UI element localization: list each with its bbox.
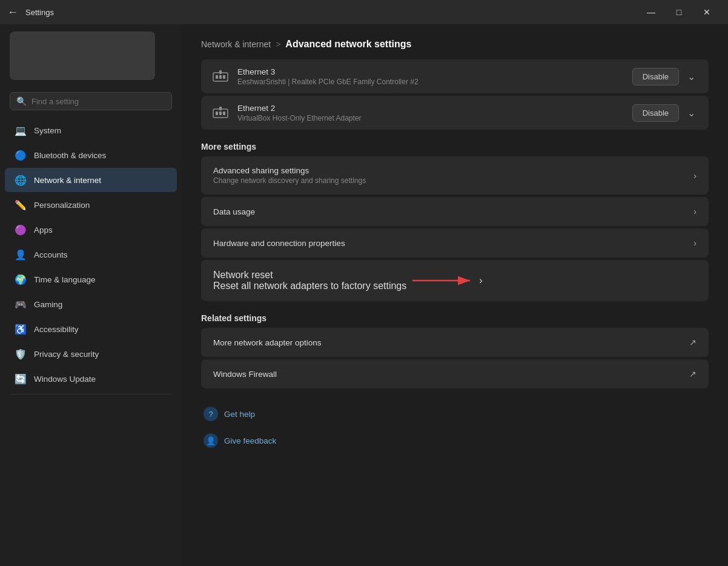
- row-arrow-0: ›: [693, 171, 697, 181]
- row-title-2: Hardware and connection properties: [213, 239, 693, 248]
- accessibility-icon: ♿: [15, 323, 27, 335]
- adapter-info-0: Ethernet 3 EeshwarSrishti | Realtek PCIe…: [237, 67, 625, 86]
- related-settings-row-0[interactable]: More network adapter options ↗: [201, 328, 709, 357]
- disable-button-0[interactable]: Disable: [632, 68, 679, 85]
- sidebar-item-bluetooth[interactable]: 🔵 Bluetooth & devices: [5, 143, 177, 167]
- row-title-0: Advanced sharing settings: [213, 166, 693, 175]
- svg-rect-4: [219, 70, 222, 74]
- sidebar-item-windows-update[interactable]: 🔄 Windows Update: [5, 367, 177, 391]
- sidebar-item-apps[interactable]: 🟣 Apps: [5, 218, 177, 242]
- bluetooth-icon: 🔵: [15, 149, 27, 161]
- more-settings-row-1[interactable]: Data usage ›: [201, 197, 709, 226]
- gaming-icon: 🎮: [15, 298, 27, 310]
- more-settings-header: More settings: [201, 142, 709, 151]
- help-item-0[interactable]: ? Get help: [201, 403, 709, 425]
- related-row-content-1: Windows Firewall: [213, 370, 689, 379]
- apps-icon: 🟣: [15, 224, 27, 236]
- row-sub-3: Reset all network adapters to factory se…: [213, 281, 406, 291]
- sidebar-label-bluetooth: Bluetooth & devices: [34, 151, 106, 160]
- back-button[interactable]: ←: [7, 6, 18, 19]
- adapter-subtitle-0: EeshwarSrishti | Realtek PCIe GbE Family…: [237, 78, 625, 86]
- sidebar-label-time: Time & language: [34, 275, 96, 284]
- sidebar-label-system: System: [34, 126, 61, 135]
- more-settings-list: Advanced sharing settings Change network…: [201, 156, 709, 301]
- sidebar-item-gaming[interactable]: 🎮 Gaming: [5, 292, 177, 316]
- content-area: 🔍 💻 System 🔵 Bluetooth & devices 🌐 Netwo…: [0, 24, 728, 566]
- adapter-icon-1: [211, 103, 230, 122]
- sidebar-item-personalization[interactable]: ✏️ Personalization: [5, 193, 177, 217]
- row-content-0: Advanced sharing settings Change network…: [213, 166, 693, 185]
- breadcrumb-separator: >: [276, 39, 280, 49]
- adapter-subtitle-1: VirtualBox Host-Only Ethernet Adapter: [237, 114, 625, 122]
- sidebar-item-system[interactable]: 💻 System: [5, 118, 177, 142]
- svg-rect-1: [216, 75, 218, 79]
- close-button[interactable]: ✕: [693, 0, 721, 24]
- titlebar-title: Settings: [25, 8, 54, 17]
- related-row-title-0: More network adapter options: [213, 338, 689, 347]
- help-label-1: Give feedback: [224, 436, 276, 445]
- row-content-3: Network reset Reset all network adapters…: [213, 270, 406, 291]
- sidebar-item-time[interactable]: 🌍 Time & language: [5, 267, 177, 291]
- more-settings-row-0[interactable]: Advanced sharing settings Change network…: [201, 156, 709, 195]
- sidebar-item-privacy[interactable]: 🛡️ Privacy & security: [5, 342, 177, 366]
- sidebar-label-accessibility: Accessibility: [34, 325, 79, 334]
- breadcrumb-parent[interactable]: Network & internet: [201, 39, 271, 49]
- breadcrumb: Network & internet > Advanced network se…: [201, 39, 709, 50]
- titlebar: ← Settings — □ ✕: [0, 0, 728, 24]
- sidebar-label-privacy: Privacy & security: [34, 350, 99, 359]
- main-content: Network & internet > Advanced network se…: [182, 24, 728, 566]
- sidebar-item-network[interactable]: 🌐 Network & internet: [5, 168, 177, 192]
- minimize-button[interactable]: —: [637, 0, 665, 24]
- svg-rect-6: [216, 112, 218, 115]
- maximize-button[interactable]: □: [665, 0, 693, 24]
- adapter-name-0: Ethernet 3: [237, 67, 625, 76]
- row-title-1: Data usage: [213, 207, 693, 216]
- row-content-2: Hardware and connection properties: [213, 239, 693, 248]
- sidebar-nav: 💻 System 🔵 Bluetooth & devices 🌐 Network…: [0, 118, 182, 391]
- breadcrumb-current: Advanced network settings: [285, 39, 411, 50]
- search-icon: 🔍: [16, 96, 27, 106]
- adapter-icon-0: [211, 67, 230, 86]
- sidebar-item-accessibility[interactable]: ♿ Accessibility: [5, 317, 177, 341]
- help-icon-1: 👤: [204, 433, 218, 448]
- related-settings-row-1[interactable]: Windows Firewall ↗: [201, 359, 709, 388]
- related-settings-header: Related settings: [201, 313, 709, 323]
- more-settings-row-3[interactable]: Network reset Reset all network adapters…: [201, 260, 709, 301]
- svg-rect-9: [219, 107, 222, 110]
- search-box[interactable]: 🔍: [10, 92, 172, 110]
- adapter-actions-1: Disable ⌄: [632, 104, 699, 122]
- sidebar: 🔍 💻 System 🔵 Bluetooth & devices 🌐 Netwo…: [0, 24, 182, 566]
- expand-button-0[interactable]: ⌄: [684, 68, 699, 85]
- time-icon: 🌍: [15, 273, 27, 285]
- more-settings-row-2[interactable]: Hardware and connection properties ›: [201, 228, 709, 258]
- related-row-title-1: Windows Firewall: [213, 370, 689, 379]
- sidebar-divider: [10, 394, 172, 395]
- external-link-icon-1: ↗: [689, 369, 697, 379]
- help-item-1[interactable]: 👤 Give feedback: [201, 430, 709, 451]
- sidebar-label-gaming: Gaming: [34, 300, 62, 309]
- adapter-info-1: Ethernet 2 VirtualBox Host-Only Ethernet…: [237, 104, 625, 122]
- search-input[interactable]: [31, 97, 165, 106]
- help-section: ? Get help 👤 Give feedback: [201, 403, 709, 451]
- svg-rect-3: [223, 75, 225, 79]
- accounts-icon: 👤: [15, 248, 27, 261]
- row-arrow-3: ›: [479, 275, 482, 286]
- row-arrow-2: ›: [693, 238, 697, 248]
- help-label-0: Get help: [224, 410, 255, 419]
- sidebar-label-accounts: Accounts: [34, 250, 68, 259]
- sidebar-label-personalization: Personalization: [34, 201, 90, 210]
- row-sub-0: Change network discovery and sharing set…: [213, 176, 693, 185]
- svg-rect-7: [219, 112, 222, 115]
- window-controls: — □ ✕: [637, 0, 721, 24]
- disable-button-1[interactable]: Disable: [632, 104, 679, 122]
- svg-rect-8: [223, 112, 225, 115]
- settings-window: ← Settings — □ ✕ 🔍 💻 System 🔵 Bluetooth …: [0, 0, 728, 566]
- help-icon-0: ?: [204, 407, 218, 421]
- sidebar-item-accounts[interactable]: 👤 Accounts: [5, 242, 177, 267]
- system-icon: 💻: [15, 124, 27, 136]
- external-link-icon-0: ↗: [689, 338, 697, 347]
- windows-update-icon: 🔄: [15, 373, 27, 385]
- user-avatar: [10, 32, 155, 80]
- expand-button-1[interactable]: ⌄: [684, 105, 699, 121]
- svg-rect-2: [219, 75, 222, 79]
